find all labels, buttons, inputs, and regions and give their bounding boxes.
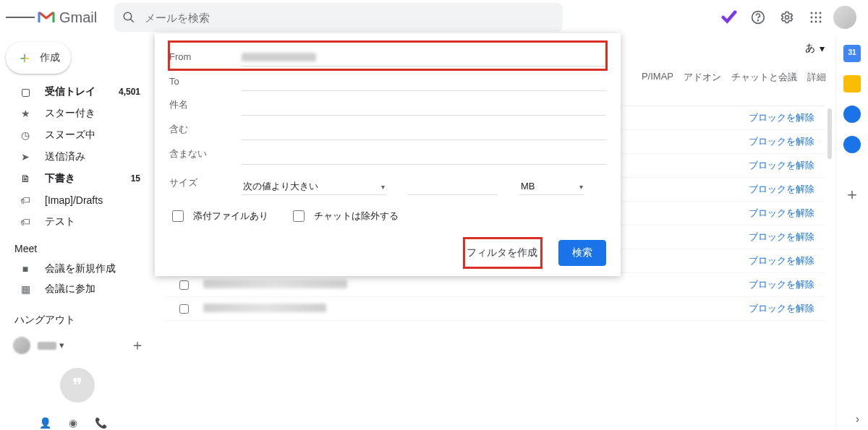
row-address	[203, 303, 749, 314]
contains-input[interactable]	[242, 124, 606, 138]
header-right	[718, 6, 862, 29]
keyboard-icon: ▦	[17, 283, 33, 295]
has-attachment-label: 添付ファイルあり	[193, 210, 268, 223]
hangout-add-icon[interactable]: ＋	[130, 335, 145, 355]
search-input[interactable]	[137, 11, 557, 25]
file-icon: 🗎	[17, 173, 33, 184]
sidebar-item-label: スヌーズ中	[45, 129, 140, 142]
account-avatar[interactable]	[833, 6, 856, 29]
svg-point-6	[815, 12, 817, 14]
tasks-icon[interactable]	[843, 106, 861, 123]
svg-line-1	[130, 19, 134, 22]
sidebar-item-label: 下書き	[45, 172, 131, 185]
row-checkbox[interactable]	[179, 280, 189, 290]
unblock-link[interactable]: ブロックを解除	[749, 159, 814, 172]
language-label: あ	[805, 42, 815, 55]
svg-point-8	[811, 17, 813, 19]
row-address	[203, 279, 749, 291]
hangout-bottom-icons: 👤 ◉ 📞	[39, 417, 107, 429]
compose-button[interactable]: ＋ 作成	[6, 42, 71, 74]
filter-from-row: From	[169, 42, 606, 66]
unblock-link[interactable]: ブロックを解除	[749, 183, 814, 196]
sidebar-item-label: スター付き	[45, 107, 140, 120]
calendar-icon[interactable]	[843, 45, 861, 62]
blocked-row: ブロックを解除	[165, 273, 825, 297]
addons-plus-icon[interactable]: ＋	[844, 184, 860, 205]
phone-icon[interactable]: 📞	[95, 417, 107, 429]
sidebar-item-6[interactable]: 🏷テスト	[1, 211, 153, 233]
exclude-chat-label: チャットは除外する	[314, 210, 399, 223]
gmail-logo[interactable]: Gmail	[38, 9, 97, 26]
not-contains-input[interactable]	[242, 149, 606, 163]
tasks-shortcut-icon[interactable]	[718, 6, 741, 29]
to-input[interactable]	[242, 75, 606, 89]
contacts-icon[interactable]	[843, 136, 861, 153]
create-filter-button[interactable]: フィルタを作成	[453, 240, 551, 266]
hangout-chat-icon[interactable]: ◉	[69, 417, 77, 429]
meet-join-meeting[interactable]: ▦ 会議に参加	[1, 279, 153, 299]
unblock-link[interactable]: ブロックを解除	[749, 207, 814, 220]
sidebar-item-4[interactable]: 🗎下書き15	[1, 168, 153, 189]
svg-point-7	[820, 12, 822, 14]
menu-icon[interactable]	[6, 3, 35, 32]
row-checkbox[interactable]	[179, 304, 189, 314]
sidebar-item-2[interactable]: ◷スヌーズ中	[1, 124, 153, 146]
has-attachment-check[interactable]: 添付ファイルあり	[169, 208, 268, 224]
exclude-chat-check[interactable]: チャットは除外する	[290, 208, 399, 224]
exclude-chat-checkbox[interactable]	[293, 210, 305, 222]
collapse-arrow-icon[interactable]: ›	[856, 413, 859, 426]
search-icon[interactable]	[120, 9, 137, 26]
compose-label: 作成	[40, 51, 60, 64]
star-icon: ★	[17, 108, 33, 119]
svg-point-3	[758, 20, 759, 21]
sidebar-item-3[interactable]: ➤送信済み	[1, 146, 153, 168]
hangout-avatar	[13, 337, 30, 354]
unblock-link[interactable]: ブロックを解除	[749, 302, 814, 315]
svg-point-11	[811, 21, 813, 23]
has-attachment-checkbox[interactable]	[172, 210, 184, 222]
unblock-link[interactable]: ブロックを解除	[749, 254, 814, 267]
sidebar-item-label: [Imap]/Drafts	[45, 194, 140, 206]
sidebar-item-1[interactable]: ★スター付き	[1, 103, 153, 124]
gmail-wordmark: Gmail	[59, 9, 97, 26]
apps-grid-icon[interactable]	[804, 6, 827, 29]
hangout-quote-icon: ❞	[60, 368, 95, 403]
sidebar-item-0[interactable]: ▢受信トレイ4,501	[1, 81, 153, 103]
svg-point-12	[815, 21, 817, 23]
gmail-m-icon	[38, 11, 55, 24]
language-selector[interactable]: あ ▾	[805, 42, 825, 55]
unblock-link[interactable]: ブロックを解除	[749, 111, 814, 124]
unblock-link[interactable]: ブロックを解除	[749, 278, 814, 291]
filter-size-row: サイズ 次の値より大きい MB	[169, 168, 606, 195]
settings-icon[interactable]	[775, 6, 799, 29]
meet-new-meeting[interactable]: ■ 会議を新規作成	[1, 259, 153, 279]
filter-actions: フィルタを作成 検索	[169, 240, 606, 266]
from-input-wrap[interactable]	[242, 48, 606, 66]
filter-not-contains-row: 含まない	[169, 140, 606, 165]
size-unit-select[interactable]: MB	[519, 179, 584, 195]
hangout-self-row[interactable]: ▾ ＋	[1, 331, 153, 359]
tab-details[interactable]: 詳細	[807, 71, 826, 84]
keep-icon[interactable]	[843, 75, 861, 93]
svg-point-10	[820, 17, 822, 19]
subject-input[interactable]	[242, 100, 606, 113]
unblock-link[interactable]: ブロックを解除	[749, 231, 814, 244]
scrollbar[interactable]	[827, 108, 832, 159]
sidebar-item-5[interactable]: 🏷[Imap]/Drafts	[1, 189, 153, 211]
search-bar[interactable]	[114, 3, 563, 32]
tab-pop-imap[interactable]: P/IMAP	[642, 71, 673, 84]
tab-addons[interactable]: アドオン	[684, 71, 721, 84]
hangout-self-name: ▾	[38, 340, 64, 351]
size-value-input[interactable]	[408, 179, 498, 193]
svg-point-9	[815, 17, 817, 19]
help-icon[interactable]	[746, 6, 770, 29]
unblock-link[interactable]: ブロックを解除	[749, 135, 814, 148]
tab-chat-meet[interactable]: チャットと会議	[731, 71, 797, 84]
right-rail: ＋ ›	[835, 36, 868, 430]
size-op-select[interactable]: 次の値より大きい	[242, 179, 386, 195]
filter-to-row: To	[169, 66, 606, 91]
hangout-section-title: ハングアウト	[1, 299, 153, 331]
filter-subject-row: 件名	[169, 91, 606, 116]
person-icon[interactable]: 👤	[39, 417, 51, 429]
search-button[interactable]: 検索	[558, 240, 606, 266]
